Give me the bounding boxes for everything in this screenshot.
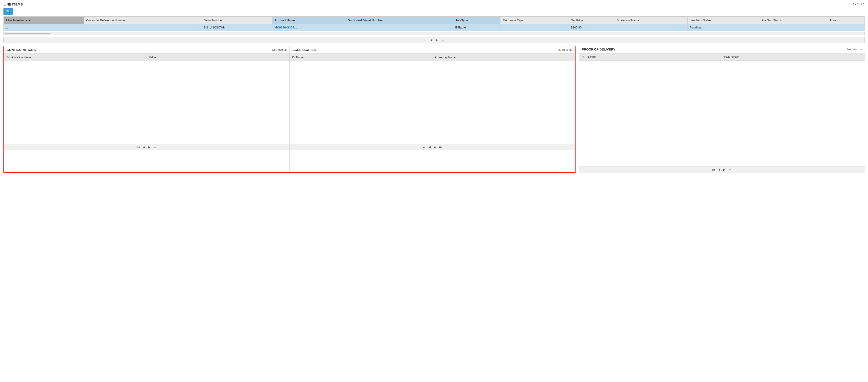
config-pag-prev[interactable]: ◀ <box>142 145 146 149</box>
col-outbound-serial[interactable]: Outbound Serial Number <box>345 17 453 24</box>
cell-line-sub-status <box>758 24 828 31</box>
pod-pag-prev[interactable]: ◀ <box>717 167 721 172</box>
config-pag-next[interactable]: ▶ <box>147 145 151 149</box>
col-line-item-status[interactable]: Line Item Status <box>687 17 758 24</box>
col-exchange-type[interactable]: Exchange Type <box>500 17 568 24</box>
cell-job-type: Billable <box>453 24 500 31</box>
configurations-table: Configuration Name Value <box>4 54 289 102</box>
pod-title: PROOF OF DELIVERY <box>582 47 616 51</box>
pagination-next-button[interactable]: ▶ <box>435 38 439 42</box>
pod-pag-next[interactable]: ▶ <box>722 167 726 172</box>
cell-invoice <box>828 24 864 31</box>
line-items-record-count: 1 - 1 of 1 <box>853 2 865 6</box>
cell-net-price: $840.80 <box>568 24 614 31</box>
cell-exchange-type <box>500 24 568 31</box>
red-bordered-box: CONFIGURATIONS No Records Configuration … <box>3 46 576 173</box>
proof-of-delivery-panel: PROOF OF DELIVERY No Records POD Status … <box>579 46 865 173</box>
line-items-title: LINE ITEMS <box>3 2 23 6</box>
configurations-table-wrapper: Configuration Name Value <box>4 54 289 102</box>
pod-col-status[interactable]: POD Status <box>579 54 722 61</box>
acc-pag-prev[interactable]: ◀ <box>428 145 432 149</box>
cell-outbound-serial <box>345 24 453 31</box>
accessories-table-wrapper: Kit Name Accessory Name <box>290 54 575 102</box>
col-sparepool-name[interactable]: Sparepool Name <box>614 17 687 24</box>
acc-col-kit-name[interactable]: Kit Name <box>290 54 432 61</box>
pagination-last-button[interactable]: ⏭ <box>441 38 445 42</box>
pagination-prev-button[interactable]: ◀ <box>429 38 433 42</box>
pod-pagination: ⏮ ◀ ▶ ⏭ <box>579 166 865 173</box>
configurations-tbody <box>4 61 289 102</box>
page-wrapper: LINE ITEMS 1 - 1 of 1 🔍 Line Number ▲▼ C… <box>0 0 868 175</box>
cell-product-name: MC9190-G30S... <box>272 24 345 31</box>
accessories-panel: ACCESSORIES No Records Kit Name Accessor… <box>290 46 575 172</box>
config-pag-first[interactable]: ⏮ <box>136 145 141 149</box>
col-serial-number[interactable]: Serial Number <box>202 17 272 24</box>
pod-pag-last[interactable]: ⏭ <box>728 167 732 172</box>
line-items-table-wrapper: Line Number ▲▼ Customer Reference Number… <box>3 16 865 31</box>
accessories-header: ACCESSORIES No Records <box>290 46 575 54</box>
configurations-panel: CONFIGURATIONS No Records Configuration … <box>4 46 290 172</box>
configurations-header: CONFIGURATIONS No Records <box>4 46 289 54</box>
horizontal-scrollbar[interactable] <box>3 32 865 35</box>
bottom-panels-container: CONFIGURATIONS No Records Configuration … <box>3 46 865 173</box>
col-invoice[interactable]: Invoi... <box>828 17 864 24</box>
line-items-section-header: LINE ITEMS 1 - 1 of 1 <box>3 2 865 6</box>
acc-pag-first[interactable]: ⏮ <box>422 145 426 149</box>
accessories-pagination: ⏮ ◀ ▶ ⏭ <box>290 144 575 150</box>
pod-header: PROOF OF DELIVERY No Records <box>579 46 865 53</box>
accessories-title: ACCESSORIES <box>292 48 316 52</box>
configurations-title: CONFIGURATIONS <box>7 48 36 52</box>
cell-line-number: 1 <box>4 24 84 31</box>
cell-sparepool-name <box>614 24 687 31</box>
pod-empty-body <box>579 102 865 166</box>
table-row[interactable]: 1 SN_UNKNOWN MC9190-G30S... Billable $84… <box>4 24 864 31</box>
cell-serial-number: SN_UNKNOWN <box>202 24 272 31</box>
col-line-sub-status[interactable]: Line Sub Status <box>758 17 828 24</box>
col-product-name[interactable]: Product Name <box>272 17 345 24</box>
acc-pag-next[interactable]: ▶ <box>433 145 437 149</box>
col-job-type[interactable]: Job Type <box>453 17 500 24</box>
config-col-name[interactable]: Configuration Name <box>4 54 147 61</box>
accessories-table: Kit Name Accessory Name <box>290 54 575 102</box>
accessories-no-records: No Records <box>558 48 572 52</box>
acc-col-accessory-name[interactable]: Accessory Name <box>432 54 575 61</box>
configurations-no-records: No Records <box>272 48 286 52</box>
cell-line-item-status: Pending <box>687 24 758 31</box>
col-line-number[interactable]: Line Number ▲▼ <box>4 17 84 24</box>
config-col-value[interactable]: Value <box>147 54 289 61</box>
cell-customer-ref <box>84 24 202 31</box>
col-net-price[interactable]: Net Price <box>568 17 614 24</box>
pod-no-records: No Records <box>847 48 862 51</box>
config-pag-last[interactable]: ⏭ <box>153 145 157 149</box>
configurations-pagination: ⏮ ◀ ▶ ⏭ <box>4 144 289 150</box>
accessories-empty-body <box>290 102 575 144</box>
accessories-tbody <box>290 61 575 102</box>
pod-table-wrapper: POD Status POD Details <box>579 53 865 102</box>
line-items-pagination: ⏮ ◀ ▶ ⏭ <box>3 37 865 43</box>
acc-pag-last[interactable]: ⏭ <box>438 145 443 149</box>
line-items-toolbar: 🔍 <box>3 8 865 15</box>
col-customer-ref[interactable]: Customer Reference Number <box>84 17 202 24</box>
pagination-first-button[interactable]: ⏮ <box>423 38 428 42</box>
pod-table: POD Status POD Details <box>579 53 865 102</box>
configurations-empty-body <box>4 102 289 144</box>
search-button[interactable]: 🔍 <box>3 8 13 15</box>
pod-col-details[interactable]: POD Details <box>722 54 865 61</box>
pod-pag-first[interactable]: ⏮ <box>711 167 716 172</box>
line-items-table: Line Number ▲▼ Customer Reference Number… <box>4 17 864 31</box>
pod-tbody <box>579 61 865 102</box>
scroll-thumb[interactable] <box>5 33 51 34</box>
